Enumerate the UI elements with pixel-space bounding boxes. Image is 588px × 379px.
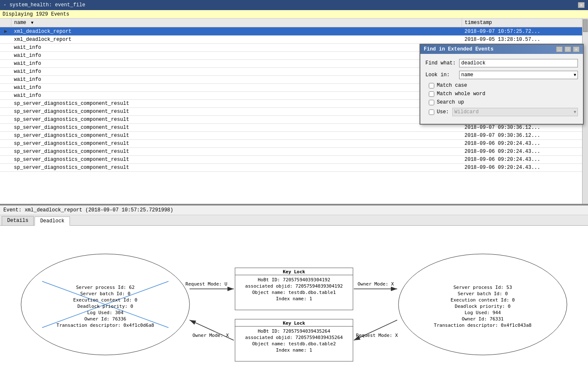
row-indicator	[0, 76, 11, 84]
process2-line5: Log Used: 944	[465, 310, 501, 315]
search-up-row: Search up	[425, 99, 578, 105]
match-case-row: Match case	[425, 83, 578, 88]
find-dialog: Find in Extended Events _ □ ✕ Find what:	[420, 44, 584, 125]
use-select-wrap: Wildcard Regular Expression ▼	[452, 108, 578, 116]
row-name: sp_server_diagnostics_component_result	[11, 156, 462, 164]
row-timestamp: 2018-09-07 09:30:36.12...	[462, 124, 588, 132]
status-bar: Displaying 1929 Events	[0, 10, 588, 19]
title-close-btn[interactable]: ✕	[578, 2, 585, 8]
find-dialog-title-bar: Find in Extended Events _ □ ✕	[420, 45, 583, 54]
process1-line1: Server process Id: 62	[76, 285, 134, 290]
process2-line2: Server batch Id: 0	[457, 291, 508, 296]
indicator-header	[0, 19, 11, 27]
use-row: Use: Wildcard Regular Expression ▼	[425, 108, 578, 116]
look-in-select-wrap: name timestamp all columns ▼	[459, 71, 578, 79]
row-indicator	[0, 100, 11, 108]
timestamp-column-header[interactable]: timestamp	[462, 19, 588, 27]
process1-line2: Server batch Id: 0	[80, 291, 130, 296]
row-indicator	[0, 156, 11, 164]
row-timestamp: 2018-09-06 09:20:24.43...	[462, 156, 588, 164]
row-name: wait_info	[11, 84, 462, 92]
table-row[interactable]: sp_server_diagnostics_component_result20…	[0, 156, 588, 164]
table-row[interactable]: sp_server_diagnostics_component_result20…	[0, 148, 588, 156]
find-what-row: Find what:	[425, 59, 578, 67]
maximize-icon: □	[567, 47, 569, 51]
process2-line3: Execution context Id: 0	[451, 297, 515, 303]
tab-details[interactable]: Details	[2, 216, 34, 225]
search-up-label: Search up	[437, 99, 464, 105]
event-panel: Event: xml_deadlock_report (2018-09-07 1…	[0, 205, 588, 379]
lock1-line1: HoBt ID: 72057594039304192	[258, 277, 330, 283]
row-indicator	[0, 68, 11, 76]
row-timestamp: 2018-09-07 09:30:36.12...	[462, 132, 588, 140]
title-text: - system_health: event_file	[3, 2, 85, 8]
row-name: sp_server_diagnostics_component_result	[11, 148, 462, 156]
find-what-input[interactable]	[459, 59, 578, 67]
find-dialog-close-btn[interactable]: ✕	[573, 46, 580, 52]
lock1-line3: Object name: testdb.dbo.table1	[252, 290, 336, 295]
table-row[interactable]: ▶xml_deadlock_report2018-09-07 10:57:25.…	[0, 27, 588, 36]
row-indicator	[0, 84, 11, 92]
row-name: wait_info	[11, 68, 462, 76]
owner-mode-x2-label: Owner Mode: X	[192, 333, 229, 338]
process2-line6: Owner Id: 76331	[462, 316, 503, 322]
process1-line7: Transaction descriptor: 0x4f1c0d6a8	[56, 323, 154, 328]
row-indicator	[0, 44, 11, 52]
table-row[interactable]: sp_server_diagnostics_component_result20…	[0, 124, 588, 132]
owner-mode-x1-label: Owner Mode: X	[358, 281, 394, 287]
table-row[interactable]: xml_deadlock_report2018-09-05 13:28:10.5…	[0, 36, 588, 44]
row-name: sp_server_diagnostics_component_result	[11, 132, 462, 140]
row-name: sp_server_diagnostics_component_result	[11, 140, 462, 148]
look-in-select[interactable]: name timestamp all columns	[459, 71, 578, 79]
match-case-checkbox[interactable]	[429, 83, 434, 88]
match-whole-word-checkbox[interactable]	[429, 91, 434, 97]
row-name: sp_server_diagnostics_component_result	[11, 116, 462, 124]
lock1-line2: associated objid: 72057594039304192	[245, 283, 343, 289]
row-indicator	[0, 164, 11, 172]
lock2-line1: HoBt ID: 72057594039435264	[258, 328, 331, 334]
row-indicator	[0, 148, 11, 156]
find-dialog-maximize-btn[interactable]: □	[564, 46, 571, 52]
lock1-title: Key Lock	[283, 269, 305, 275]
process1-line4: Deadlock priority: 0	[78, 304, 133, 309]
table-row[interactable]: sp_server_diagnostics_component_result20…	[0, 140, 588, 148]
table-row[interactable]: sp_server_diagnostics_component_result20…	[0, 164, 588, 172]
process1-line3: Execution context Id: 0	[73, 297, 137, 303]
find-dialog-body: Find what: Look in: name timestamp all c…	[420, 54, 583, 124]
row-indicator	[0, 52, 11, 60]
scrollbar-thumb[interactable]	[583, 19, 588, 32]
tab-deadlock[interactable]: Deadlock	[35, 216, 70, 226]
table-area: name ▼ timestamp ▶xml_deadlock_report201…	[0, 19, 588, 205]
match-whole-word-row: Match whole word	[425, 91, 578, 97]
table-header-row: name ▼ timestamp	[0, 19, 588, 27]
match-case-label: Match case	[437, 83, 467, 88]
lock2-line4: Index name: 1	[276, 347, 312, 353]
row-indicator	[0, 92, 11, 100]
lock2-title: Key Lock	[283, 320, 305, 326]
use-label: Use:	[437, 109, 449, 115]
row-timestamp: 2018-09-06 09:20:24.43...	[462, 164, 588, 172]
use-select[interactable]: Wildcard Regular Expression	[452, 108, 578, 116]
minimize-icon: _	[558, 47, 560, 51]
status-text: Displaying 1929 Events	[3, 11, 69, 17]
row-timestamp: 2018-09-06 09:20:24.43...	[462, 148, 588, 156]
row-name: sp_server_diagnostics_component_result	[11, 124, 462, 132]
search-up-checkbox[interactable]	[429, 100, 434, 105]
row-timestamp: 2018-09-06 09:20:24.43...	[462, 140, 588, 148]
row-name: sp_server_diagnostics_component_result	[11, 108, 462, 116]
event-tabs: Details Deadlock	[0, 215, 588, 226]
row-timestamp: 2018-09-05 13:28:10.57...	[462, 36, 588, 44]
process2-line7: Transaction descriptor: 0x4f1c043a8	[434, 323, 532, 328]
row-name: sp_server_diagnostics_component_result	[11, 164, 462, 172]
row-name: xml_deadlock_report	[11, 27, 462, 36]
name-column-header[interactable]: name ▼	[11, 19, 462, 27]
process1-line5: Log Used: 304	[87, 310, 123, 315]
lock2-line3: Object name: testdb.dbo.table2	[252, 341, 336, 347]
find-dialog-minimize-btn[interactable]: _	[556, 46, 563, 52]
row-name: sp_server_diagnostics_component_result	[11, 100, 462, 108]
look-in-label: Look in:	[425, 72, 459, 78]
use-checkbox[interactable]	[429, 109, 434, 115]
table-row[interactable]: sp_server_diagnostics_component_result20…	[0, 132, 588, 140]
lock1-line4: Index name: 1	[276, 296, 312, 302]
row-name: xml_deadlock_report	[11, 36, 462, 44]
